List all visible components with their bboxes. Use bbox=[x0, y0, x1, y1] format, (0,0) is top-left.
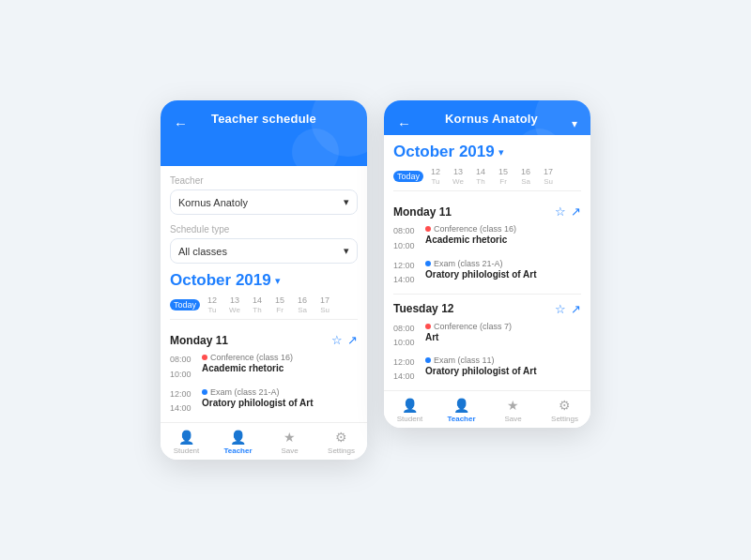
month-section: October 2019▾Today12Tu13We14Th15Fr16Sa17… bbox=[161, 264, 367, 320]
schedule-type-select[interactable]: All classes▾ bbox=[170, 238, 358, 264]
phone-card-card1: ←Teacher scheduleTeacherKornus Anatoly▾S… bbox=[161, 100, 367, 459]
event-col: Exam (class 21-A)Oratory philologist of … bbox=[425, 259, 581, 280]
event-sub-text: Conference (class 16) bbox=[434, 224, 516, 234]
event-col: Exam (class 21-A)Oratory philologist of … bbox=[202, 387, 358, 409]
card-header: ←Kornus Anatoly▾ bbox=[384, 100, 590, 135]
day-item-1[interactable]: 12Tu bbox=[202, 295, 222, 314]
star-icon[interactable]: ☆ bbox=[555, 204, 566, 219]
event-sub: Exam (class 21-A) bbox=[202, 387, 358, 397]
schedule-item-0-0: 08:0010:00Conference (class 16)Academic … bbox=[170, 353, 358, 382]
day-item-5[interactable]: 16Sa bbox=[515, 167, 536, 186]
day-label: 12 bbox=[207, 295, 217, 305]
month-text: October 2019 bbox=[393, 143, 495, 161]
screens-container: ←Teacher scheduleTeacherKornus Anatoly▾S… bbox=[132, 72, 619, 487]
time-start: 12:00 bbox=[393, 356, 420, 370]
day-item-3[interactable]: 14Th bbox=[470, 167, 491, 186]
teacher-nav-label: Teacher bbox=[447, 415, 475, 423]
day-item-0[interactable]: Today bbox=[393, 171, 423, 183]
schedule-item-1-1: 12:0014:00Exam (class 11)Oratory philolo… bbox=[393, 356, 581, 385]
student-nav-icon: 👤 bbox=[402, 398, 418, 413]
time-col: 08:0010:00 bbox=[170, 353, 196, 382]
nav-item-save[interactable]: ★Save bbox=[487, 398, 539, 423]
settings-nav-icon: ⚙ bbox=[335, 430, 347, 445]
day-label: 14 bbox=[476, 167, 485, 176]
event-main: Art bbox=[425, 331, 581, 343]
schedule-type-label: Schedule type bbox=[170, 224, 358, 235]
bottom-nav: 👤Student👤Teacher★Save⚙Settings bbox=[161, 422, 367, 460]
day-item-0[interactable]: Today bbox=[170, 299, 200, 311]
deco-circle-2 bbox=[292, 129, 339, 166]
nav-item-student[interactable]: 👤Student bbox=[384, 398, 436, 423]
day-item-5[interactable]: 16Sa bbox=[292, 295, 313, 314]
month-chevron-icon[interactable]: ▾ bbox=[275, 275, 281, 287]
time-end: 10:00 bbox=[393, 239, 420, 253]
day-icons: ☆↗ bbox=[331, 333, 358, 347]
event-main: Oratory philologist of Art bbox=[202, 397, 358, 409]
nav-item-student[interactable]: 👤Student bbox=[161, 430, 212, 455]
event-col: Exam (class 11)Oratory philologist of Ar… bbox=[425, 356, 581, 377]
nav-item-teacher[interactable]: 👤Teacher bbox=[436, 398, 487, 423]
day-name: We bbox=[229, 306, 240, 314]
nav-item-settings[interactable]: ⚙Settings bbox=[539, 398, 590, 423]
day-name: Fr bbox=[276, 306, 284, 314]
event-dot bbox=[202, 355, 207, 360]
event-dot bbox=[202, 389, 207, 395]
time-col: 08:0010:00 bbox=[393, 224, 420, 253]
day-label: 13 bbox=[230, 295, 239, 305]
day-group-title: Monday 11 bbox=[170, 334, 228, 347]
save-nav-icon: ★ bbox=[507, 398, 519, 413]
phone-card-card2: ←Kornus Anatoly▾October 2019▾Today12Tu13… bbox=[384, 100, 590, 427]
edit-icon[interactable]: ↗ bbox=[347, 333, 358, 347]
day-item-4[interactable]: 15Fr bbox=[269, 295, 290, 314]
edit-icon[interactable]: ↗ bbox=[571, 302, 581, 316]
day-item-2[interactable]: 13We bbox=[448, 167, 468, 186]
event-sub-text: Exam (class 21-A) bbox=[210, 387, 280, 397]
month-chevron-icon[interactable]: ▾ bbox=[498, 146, 504, 159]
event-main: Oratory philologist of Art bbox=[425, 365, 581, 377]
month-text: October 2019 bbox=[170, 271, 271, 290]
day-name: Fr bbox=[499, 177, 507, 186]
day-label: Today bbox=[170, 299, 200, 310]
month-section: October 2019▾Today12Tu13We14Th15Fr16Sa17… bbox=[384, 135, 590, 191]
nav-item-save[interactable]: ★Save bbox=[264, 430, 315, 455]
day-item-2[interactable]: 13We bbox=[224, 295, 245, 314]
back-button[interactable]: ← bbox=[174, 115, 188, 131]
day-item-6[interactable]: 17Su bbox=[314, 295, 335, 314]
day-item-3[interactable]: 14Th bbox=[247, 295, 268, 314]
day-label: 14 bbox=[253, 295, 262, 305]
edit-icon[interactable]: ↗ bbox=[571, 204, 581, 219]
teacher-nav-icon: 👤 bbox=[230, 430, 246, 445]
star-icon[interactable]: ☆ bbox=[331, 333, 343, 347]
day-label: 16 bbox=[298, 295, 307, 305]
event-sub-text: Conference (class 7) bbox=[434, 322, 512, 331]
day-item-1[interactable]: 12Tu bbox=[425, 167, 446, 186]
nav-item-teacher[interactable]: 👤Teacher bbox=[212, 430, 264, 455]
star-icon[interactable]: ☆ bbox=[555, 302, 566, 316]
schedule-item-0-1: 12:0014:00Exam (class 21-A)Oratory philo… bbox=[393, 259, 581, 288]
day-name: Tu bbox=[208, 306, 217, 314]
day-item-4[interactable]: 15Fr bbox=[493, 167, 513, 186]
time-end: 10:00 bbox=[170, 368, 196, 382]
event-sub-text: Exam (class 11) bbox=[434, 356, 495, 365]
day-name: Tu bbox=[432, 177, 440, 186]
event-sub: Exam (class 11) bbox=[425, 356, 581, 365]
nav-item-settings[interactable]: ⚙Settings bbox=[315, 430, 367, 455]
card-header: ←Teacher schedule bbox=[161, 100, 367, 166]
student-nav-icon: 👤 bbox=[178, 430, 194, 445]
day-item-6[interactable]: 17Su bbox=[538, 167, 559, 186]
day-label: Today bbox=[393, 171, 423, 182]
time-col: 12:0014:00 bbox=[170, 387, 196, 416]
time-start: 12:00 bbox=[393, 259, 420, 273]
event-sub: Conference (class 7) bbox=[425, 322, 581, 331]
day-label: 17 bbox=[544, 167, 553, 176]
student-nav-label: Student bbox=[397, 415, 423, 423]
event-col: Conference (class 16)Academic rhetoric bbox=[202, 353, 358, 374]
event-main: Academic rhetoric bbox=[202, 362, 358, 374]
day-group-title: Tuesday 12 bbox=[393, 302, 453, 315]
back-button[interactable]: ← bbox=[397, 115, 411, 131]
event-dot bbox=[425, 324, 431, 329]
event-sub-text: Exam (class 21-A) bbox=[434, 259, 503, 268]
month-row: October 2019▾ bbox=[170, 271, 358, 290]
event-col: Conference (class 7)Art bbox=[425, 322, 581, 343]
teacher-select[interactable]: Kornus Anatoly▾ bbox=[170, 189, 358, 215]
